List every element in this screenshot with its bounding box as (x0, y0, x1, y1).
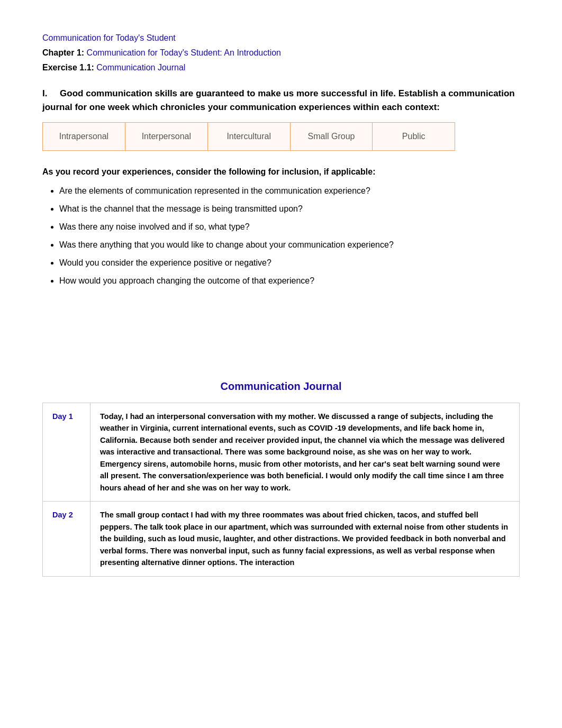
list-item: How would you approach changing the outc… (59, 275, 520, 287)
context-item-smallgroup: Small Group (290, 123, 373, 151)
site-title-link[interactable]: Communication for Today's Student (42, 33, 176, 42)
journal-section: Communication Journal Day 1 Today, I had… (42, 378, 520, 577)
list-item: Are the elements of communication repres… (59, 185, 520, 197)
consider-heading: As you record your experiences, consider… (42, 166, 520, 178)
site-title-line: Communication for Today's Student (42, 32, 520, 44)
header-section: Communication for Today's Student Chapte… (42, 32, 520, 74)
day2-label: Day 2 (43, 502, 90, 576)
question-text: Good communication skills are guaranteed… (42, 88, 515, 112)
journal-table: Day 1 Today, I had an interpersonal conv… (42, 403, 520, 577)
exercise-link[interactable]: Communication Journal (96, 63, 185, 72)
question-number: I. (42, 88, 47, 98)
consider-section: As you record your experiences, consider… (42, 166, 520, 287)
day1-label: Day 1 (43, 403, 90, 502)
main-question: I. Good communication skills are guarant… (42, 87, 520, 114)
context-table: Intrapersonal Interpersonal Intercultura… (42, 122, 455, 151)
page-wrapper: Communication for Today's Student Chapte… (42, 32, 520, 577)
exercise-line: Exercise 1.1: Communication Journal (42, 61, 520, 74)
table-row: Day 1 Today, I had an interpersonal conv… (43, 403, 520, 502)
context-item-public: Public (373, 123, 455, 151)
context-item-intrapersonal: Intrapersonal (43, 123, 125, 151)
context-item-interpersonal: Interpersonal (125, 123, 207, 151)
list-item: What is the channel that the message is … (59, 203, 520, 215)
chapter-line: Chapter 1: Communication for Today's Stu… (42, 47, 520, 59)
list-item: Would you consider the experience positi… (59, 257, 520, 269)
list-item: Was there any noise involved and if so, … (59, 221, 520, 233)
chapter-link[interactable]: Communication for Today's Student: An In… (87, 48, 281, 57)
table-row: Day 2 The small group contact I had with… (43, 502, 520, 576)
list-item: Was there anything that you would like t… (59, 239, 520, 251)
journal-title: Communication Journal (42, 378, 520, 394)
day2-content: The small group contact I had with my th… (90, 502, 520, 576)
spacer (42, 304, 520, 368)
day1-content: Today, I had an interpersonal conversati… (90, 403, 520, 502)
exercise-label: Exercise 1.1: (42, 63, 94, 72)
consider-list: Are the elements of communication repres… (42, 185, 520, 287)
context-item-intercultural: Intercultural (207, 123, 290, 151)
chapter-label: Chapter 1: (42, 48, 84, 57)
